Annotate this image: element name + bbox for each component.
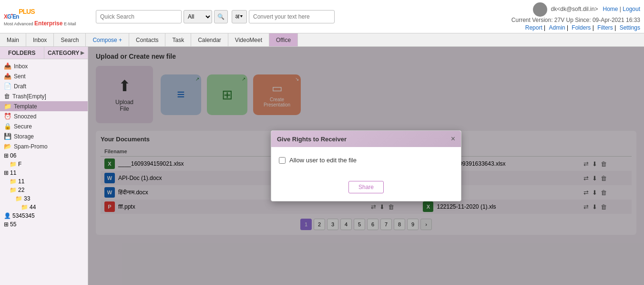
home-link[interactable]: Home (603, 6, 618, 12)
tree-item-5345345[interactable]: 👤 5345345 (0, 211, 88, 220)
sidebar-item-inbox[interactable]: 📥Inbox (0, 61, 88, 71)
nav-contacts[interactable]: Contacts (129, 33, 165, 46)
storage-icon: 💾 (4, 133, 11, 140)
sent-icon: 📤 (4, 73, 11, 80)
subfolder-icon4: 📁 (15, 195, 22, 202)
modal-close-button[interactable]: × (451, 135, 455, 143)
subfolder-icon5: 📁 (21, 204, 28, 211)
admin-link[interactable]: Admin (549, 24, 565, 31)
translate-input[interactable] (249, 10, 335, 23)
translate-area: अ▾ (232, 10, 335, 23)
subfolder-icon2: 📁 (10, 178, 17, 185)
sidebar: FOLDERS CATEGORY ▶ 📥Inbox 📤Sent 📄Draft 🗑… (0, 47, 88, 285)
nav-main[interactable]: Main (0, 33, 26, 46)
navbar: Main Inbox Search Compose + Contacts Tas… (0, 33, 644, 47)
tree-item-55[interactable]: ⊞ 55 (0, 220, 88, 229)
tree-item-22[interactable]: 📁 22 (0, 186, 88, 194)
nav-office[interactable]: Office (269, 33, 298, 46)
sidebar-item-secure[interactable]: 🔒Secure (0, 121, 88, 131)
nav-search[interactable]: Search (54, 33, 86, 46)
folder-expand-icon2: ⊞ (4, 169, 9, 176)
nav-compose[interactable]: Compose + (86, 33, 129, 46)
secure-icon: 🔒 (4, 123, 11, 130)
nav-inbox[interactable]: Inbox (26, 33, 54, 46)
subfolder-icon: 📁 (10, 161, 17, 168)
folder-expand-icon: ⊞ (4, 152, 9, 159)
header: XG•EnPLUS Most Advanced Enterprise E-Mai… (0, 0, 644, 33)
folder-expand-icon3: ⊞ (4, 221, 9, 228)
search-area: All Inbox Sent 🔍 (96, 10, 228, 23)
settings-link[interactable]: Settings (620, 24, 640, 31)
modal-footer: Share (271, 181, 461, 201)
modal-title: Give Rights to Receiver (277, 136, 347, 143)
tree-item-F[interactable]: 📁 F (0, 160, 88, 169)
category-tab[interactable]: CATEGORY ▶ (44, 47, 88, 59)
header-nav-links: Report | Admin | Folders | Filters | Set… (511, 24, 640, 31)
give-rights-modal: Give Rights to Receiver × Allow user to … (271, 130, 461, 201)
folder-list: 📥Inbox 📤Sent 📄Draft 🗑Trash[Empty] 📁Templ… (0, 61, 88, 229)
modal-overlay: Give Rights to Receiver × Allow user to … (88, 47, 644, 285)
content-area: Upload or Create new file ⬆ UploadFile ↗… (88, 47, 644, 285)
folder-icon6: 👤 (4, 212, 11, 219)
filters-link[interactable]: Filters (597, 24, 613, 31)
sidebar-item-template[interactable]: 📁Template (0, 101, 88, 111)
folders-link[interactable]: Folders (572, 24, 591, 31)
sidebar-item-sent[interactable]: 📤Sent (0, 71, 88, 81)
logo-area: XG•EnPLUS Most Advanced Enterprise E-Mai… (4, 7, 92, 27)
sidebar-item-storage[interactable]: 💾Storage (0, 131, 88, 141)
search-button[interactable]: 🔍 (214, 10, 228, 23)
allow-edit-label: Allow user to edit the file (289, 157, 357, 164)
tree-item-11b[interactable]: 📁 11 (0, 177, 88, 186)
user-info: dk<dk@soft.dil.in> Home | Logout (511, 2, 640, 17)
main-layout: FOLDERS CATEGORY ▶ 📥Inbox 📤Sent 📄Draft 🗑… (0, 47, 644, 285)
allow-edit-checkbox[interactable] (279, 157, 286, 164)
nav-calendar[interactable]: Calendar (191, 33, 228, 46)
sidebar-item-spam[interactable]: 📂Spam-Promo (0, 141, 88, 151)
template-icon: 📁 (4, 103, 11, 110)
sidebar-header: FOLDERS CATEGORY ▶ (0, 47, 88, 59)
tree-item-11[interactable]: ⊞ 11 (0, 169, 88, 177)
trash-icon: 🗑 (4, 93, 10, 100)
version-info: Current Version: 27V Up Since: 09-Apr-20… (511, 17, 640, 23)
nav-videomeet[interactable]: VideoMeet (228, 33, 269, 46)
search-type-select[interactable]: All Inbox Sent (184, 10, 212, 23)
tree-item-44[interactable]: 📁 44 (0, 203, 88, 211)
logo-subtitle: Most Advanced Enterprise E-Mail (4, 20, 76, 27)
tree-item-06[interactable]: ⊞ 06 (0, 151, 88, 160)
share-button[interactable]: Share (348, 181, 384, 193)
logout-link[interactable]: Logout (623, 6, 640, 12)
modal-header: Give Rights to Receiver × (271, 131, 461, 147)
allow-edit-row: Allow user to edit the file (279, 157, 453, 164)
nav-task[interactable]: Task (165, 33, 191, 46)
report-link[interactable]: Report (525, 24, 542, 31)
modal-body: Allow user to edit the file (271, 147, 461, 181)
sidebar-item-trash[interactable]: 🗑Trash[Empty] (0, 91, 88, 101)
header-right: dk<dk@soft.dil.in> Home | Logout Current… (511, 2, 640, 31)
draft-icon: 📄 (4, 83, 11, 90)
tree-item-33[interactable]: 📁 33 (0, 194, 88, 203)
sidebar-item-snoozed[interactable]: ⏰Snoozed (0, 111, 88, 121)
folders-tab[interactable]: FOLDERS (0, 47, 44, 59)
subfolder-icon3: 📁 (10, 187, 17, 193)
sidebar-item-draft[interactable]: 📄Draft (0, 81, 88, 91)
snoozed-icon: ⏰ (4, 113, 11, 120)
translate-button[interactable]: अ▾ (232, 10, 247, 23)
search-input[interactable] (96, 10, 182, 23)
inbox-icon: 📥 (4, 63, 11, 70)
avatar (533, 2, 547, 17)
category-arrow: ▶ (81, 50, 84, 55)
spam-icon: 📂 (4, 143, 11, 150)
